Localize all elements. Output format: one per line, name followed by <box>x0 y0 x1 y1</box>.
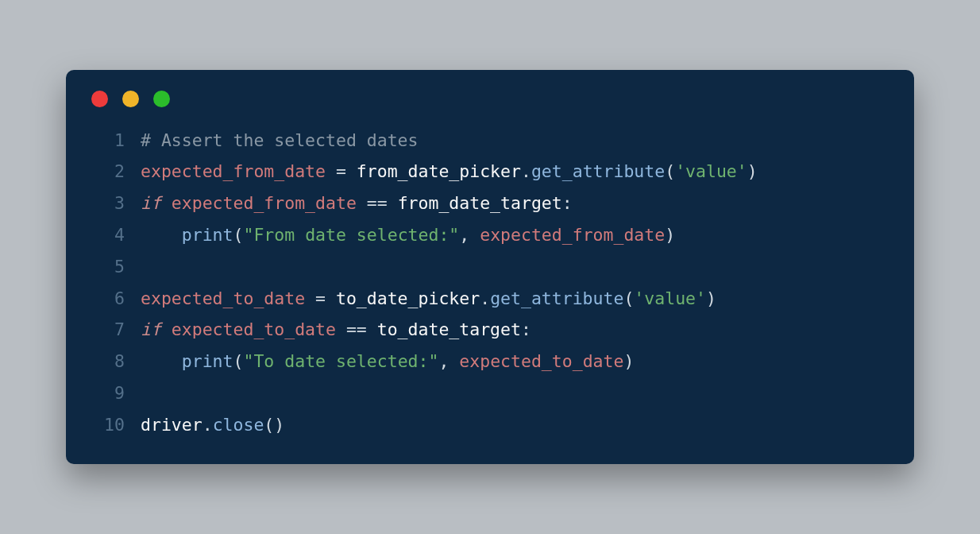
code-line-content: # Assert the selected dates <box>141 125 890 157</box>
code-token: == <box>357 193 398 213</box>
code-token: ) <box>623 351 634 371</box>
code-line-content <box>141 377 890 409</box>
code-token: = <box>326 161 357 181</box>
code-token: 'value' <box>634 288 706 308</box>
code-token: driver <box>141 415 203 435</box>
code-line-content: driver.close() <box>141 409 890 441</box>
line-number: 5 <box>90 251 125 283</box>
code-token: . <box>521 161 531 181</box>
code-token: : <box>521 319 531 339</box>
code-line: 1# Assert the selected dates <box>90 125 890 157</box>
line-number: 1 <box>90 125 125 157</box>
code-line-content: expected_to_date = to_date_picker.get_at… <box>141 283 890 315</box>
code-token: . <box>203 415 213 435</box>
code-token: expected_from_date <box>480 225 665 245</box>
code-token: print <box>182 351 233 371</box>
code-token: to_date_target <box>377 319 521 339</box>
code-token: expected_to_date <box>172 319 336 339</box>
code-token: "To date selected:" <box>243 351 438 371</box>
code-token: ) <box>665 225 675 245</box>
code-token: . <box>480 288 490 308</box>
line-number: 7 <box>90 314 125 346</box>
line-number: 3 <box>90 188 125 219</box>
code-token: ( <box>665 161 675 181</box>
code-line: 8 print("To date selected:", expected_to… <box>90 346 890 377</box>
code-token: to_date_picker <box>336 288 480 308</box>
code-token <box>141 225 182 245</box>
close-icon[interactable] <box>91 91 108 107</box>
code-line-content: expected_from_date = from_date_picker.ge… <box>141 156 890 188</box>
code-token: ) <box>747 161 758 181</box>
code-line-content: print("From date selected:", expected_fr… <box>141 219 890 251</box>
code-token: expected_from_date <box>172 193 357 213</box>
line-number: 6 <box>90 283 125 315</box>
line-number: 4 <box>90 219 125 251</box>
line-number: 8 <box>90 346 125 377</box>
code-token: ) <box>706 288 716 308</box>
code-token <box>141 351 182 371</box>
code-token: = <box>305 288 336 308</box>
code-token: if <box>141 193 161 213</box>
code-token: expected_to_date <box>141 288 305 308</box>
code-token: 'value' <box>675 161 747 181</box>
code-line: 9 <box>90 377 890 409</box>
code-line-content: if expected_from_date == from_date_targe… <box>141 188 890 219</box>
code-line: 10driver.close() <box>90 409 890 441</box>
code-line-content: print("To date selected:", expected_to_d… <box>141 346 890 377</box>
code-token: : <box>562 193 573 213</box>
code-token: if <box>141 319 161 339</box>
code-token: () <box>264 415 284 435</box>
line-number: 2 <box>90 156 125 188</box>
minimize-icon[interactable] <box>122 91 139 107</box>
code-token: ( <box>233 225 244 245</box>
code-token: ( <box>623 288 634 308</box>
code-token: from_date_picker <box>357 161 521 181</box>
code-token: , <box>459 225 480 245</box>
code-token: expected_from_date <box>141 161 326 181</box>
code-window: 1# Assert the selected dates2expected_fr… <box>66 70 914 465</box>
code-line: 6expected_to_date = to_date_picker.get_a… <box>90 283 890 315</box>
code-line-content <box>141 251 890 283</box>
code-token <box>161 193 172 213</box>
code-token: get_attribute <box>531 161 665 181</box>
code-line: 3if expected_from_date == from_date_targ… <box>90 188 890 219</box>
code-line-content: if expected_to_date == to_date_target: <box>141 314 890 346</box>
maximize-icon[interactable] <box>153 91 170 107</box>
code-token: ( <box>233 351 244 371</box>
line-number: 10 <box>90 409 125 441</box>
code-token: # Assert the selected dates <box>141 130 419 150</box>
traffic-lights <box>91 91 890 107</box>
code-line: 4 print("From date selected:", expected_… <box>90 219 890 251</box>
code-token: , <box>438 351 459 371</box>
code-line: 7if expected_to_date == to_date_target: <box>90 314 890 346</box>
code-token: close <box>213 415 264 435</box>
line-number: 9 <box>90 377 125 409</box>
code-token: from_date_target <box>398 193 562 213</box>
code-line: 2expected_from_date = from_date_picker.g… <box>90 156 890 188</box>
code-token: == <box>336 319 377 339</box>
code-token: expected_to_date <box>459 351 623 371</box>
code-token <box>161 319 172 339</box>
code-token: print <box>182 225 233 245</box>
code-block: 1# Assert the selected dates2expected_fr… <box>90 125 890 441</box>
code-token: get_attribute <box>490 288 623 308</box>
code-line: 5 <box>90 251 890 283</box>
code-token: "From date selected:" <box>243 225 459 245</box>
